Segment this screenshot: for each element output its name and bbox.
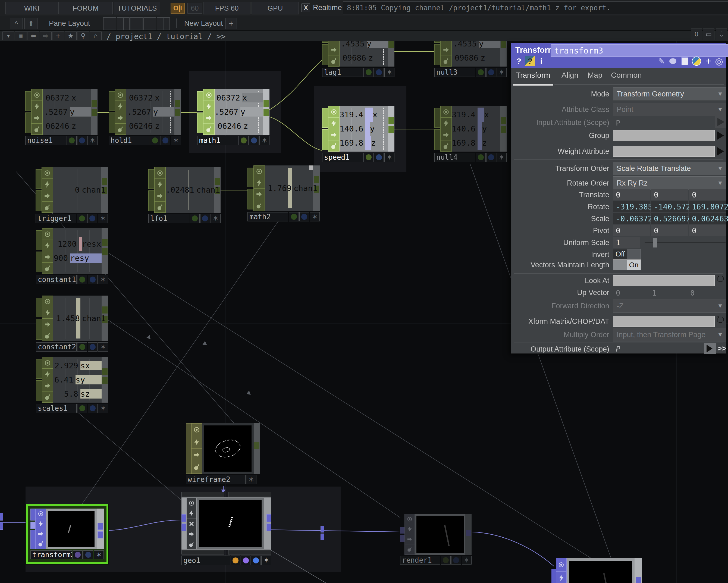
param-attribute-class-dropdown[interactable]: Point▼ — [613, 103, 726, 116]
search-icon[interactable]: ⚲ — [77, 31, 89, 40]
export-flag[interactable] — [300, 212, 309, 221]
display-flag[interactable] — [251, 556, 261, 565]
param-translate-z[interactable]: 0 — [689, 189, 726, 200]
info-icon[interactable]: i — [538, 56, 545, 66]
copy-parameters-icon[interactable] — [680, 56, 690, 66]
star-flag[interactable]: ✶ — [98, 275, 108, 284]
node-geo1[interactable]: geo1 ✶ — [181, 492, 271, 565]
export-flag[interactable] — [88, 275, 98, 284]
param-uniform-scale-knob[interactable] — [653, 238, 657, 248]
star-flag[interactable]: ✶ — [98, 342, 108, 352]
wireframe2-viewer[interactable] — [204, 426, 252, 472]
viewer-flag[interactable] — [77, 214, 87, 223]
input-connectors[interactable] — [434, 106, 440, 152]
output-connectors[interactable] — [500, 106, 506, 152]
export-flag[interactable] — [160, 136, 171, 145]
tab-map[interactable]: Map — [588, 71, 602, 80]
node-constant1[interactable]: 1200resx900resy constant1 ✶ — [36, 228, 108, 284]
star-flag[interactable]: ✶ — [497, 68, 506, 77]
node-body[interactable]: 2.929sx6.41sy5.8sz — [53, 357, 102, 403]
help-icon[interactable]: ? — [515, 56, 523, 66]
star-flag[interactable]: ✶ — [246, 475, 256, 484]
layout-single[interactable] — [103, 17, 116, 30]
node-body[interactable]: 06372x.5267y06246z — [215, 89, 263, 135]
param-look-at-node-picker[interactable]: ⭮ — [716, 273, 725, 284]
export-flag[interactable] — [374, 68, 384, 77]
star-icon[interactable]: ★ — [64, 31, 77, 40]
star-flag[interactable]: ✶ — [210, 214, 220, 223]
tab-common[interactable]: Common — [611, 71, 642, 80]
param-pivot-x[interactable]: 0 — [613, 225, 650, 236]
param-weight-attribute-field[interactable] — [613, 146, 715, 157]
param-rotate-order-dropdown[interactable]: Rx Ry Rz▼ — [613, 176, 726, 190]
add-icon[interactable]: + — [52, 31, 64, 40]
export-flag[interactable] — [73, 550, 83, 559]
realtime-toggle[interactable]: XRealtime — [302, 3, 342, 12]
layout-two-col[interactable] — [117, 17, 130, 30]
input-connectors[interactable] — [248, 166, 254, 211]
node-name[interactable]: lag1 — [322, 68, 363, 77]
param-rotate-z[interactable]: 169.8072 — [689, 201, 726, 212]
viewer-flag[interactable] — [77, 342, 87, 352]
viewer-flag[interactable] — [363, 68, 373, 77]
viewer-flag[interactable] — [441, 556, 451, 564]
param-forward-direction-dropdown[interactable]: -Z▼ — [613, 299, 726, 313]
export-flag[interactable] — [200, 214, 210, 223]
export-flag[interactable] — [88, 342, 98, 352]
node-null4[interactable]: 319.4x140.6y169.8z null4 ✶ — [434, 106, 506, 162]
viewer-flag[interactable] — [67, 136, 77, 145]
display-flag[interactable] — [451, 556, 461, 564]
render-flag[interactable] — [231, 556, 240, 565]
node-name[interactable]: geo1 — [181, 556, 230, 565]
node-name[interactable]: render1 — [400, 556, 440, 564]
star-flag[interactable]: ✶ — [94, 550, 104, 559]
star-flag[interactable]: ✶ — [259, 136, 269, 145]
node-trigger1[interactable]: 0chan1 trigger1 ✶ — [35, 167, 108, 223]
wiki-button[interactable]: WIKI — [5, 2, 58, 15]
input-connectors[interactable] — [322, 41, 328, 67]
node-name[interactable]: noise1 — [25, 136, 66, 145]
edit-comment-icon[interactable]: ✎ — [656, 56, 666, 66]
tutorials-button[interactable]: TUTORIALS — [114, 2, 160, 15]
output-connectors[interactable] — [174, 89, 181, 135]
input-connectors[interactable] — [148, 167, 154, 213]
node-noise1[interactable]: 06372x.5267y06246z noise1 ✶ — [25, 89, 98, 145]
node-lag1[interactable]: .4535y09686z lag1 ✶ — [322, 41, 394, 77]
star-flag[interactable]: ✶ — [261, 556, 271, 565]
viewer-flag[interactable] — [476, 68, 486, 77]
star-flag[interactable]: ✶ — [98, 404, 108, 413]
star-flag[interactable]: ✶ — [384, 68, 394, 77]
node-body[interactable]: 1.769chan1 — [265, 166, 313, 211]
node-partial[interactable] — [551, 558, 649, 583]
midi-io-badge[interactable]: O|I — [171, 3, 185, 14]
param-xform-matrix-chop-dat-node-picker[interactable]: ⭮ — [716, 314, 725, 324]
node-body[interactable]: 0chan1 — [53, 167, 101, 213]
star-flag[interactable]: ✶ — [98, 214, 108, 223]
node-body[interactable]: 1.458chan1 — [53, 296, 102, 341]
operator-name-field[interactable]: transform3 — [551, 44, 728, 57]
layout-quad[interactable] — [157, 17, 170, 30]
tab-align[interactable]: Align — [562, 71, 578, 80]
node-name[interactable]: wireframe2 — [186, 475, 245, 484]
node-body[interactable]: .02481chan1 — [166, 167, 214, 213]
input-connectors[interactable] — [36, 357, 42, 403]
breadcrumb[interactable]: / project1 / tutorial / >> — [106, 32, 226, 41]
node-body[interactable]: .4535y09686z — [452, 41, 500, 67]
export-flag[interactable] — [87, 214, 98, 223]
node-hold1[interactable]: 06372x.5267y06246z hold1 ✶ — [109, 89, 181, 145]
tab-transform[interactable]: Transform — [516, 71, 550, 80]
input-connectors[interactable] — [36, 296, 42, 341]
add-layout-button[interactable]: + — [226, 18, 237, 29]
viewer-flag[interactable] — [289, 212, 299, 221]
param-translate-y[interactable]: 0 — [651, 189, 688, 200]
star-flag[interactable]: ✶ — [171, 136, 181, 145]
output-connectors[interactable] — [500, 41, 506, 67]
export-flag[interactable] — [374, 153, 384, 162]
param-uniform-scale-field[interactable]: 1 — [613, 237, 640, 248]
node-name[interactable]: scales1 — [36, 404, 77, 413]
node-name[interactable]: transform3 — [30, 550, 72, 559]
param-rotate-y[interactable]: -140.572 — [651, 201, 688, 212]
node-name[interactable]: hold1 — [109, 136, 149, 145]
viewer-flag[interactable] — [238, 136, 249, 145]
star-flag[interactable]: ✶ — [462, 556, 472, 564]
